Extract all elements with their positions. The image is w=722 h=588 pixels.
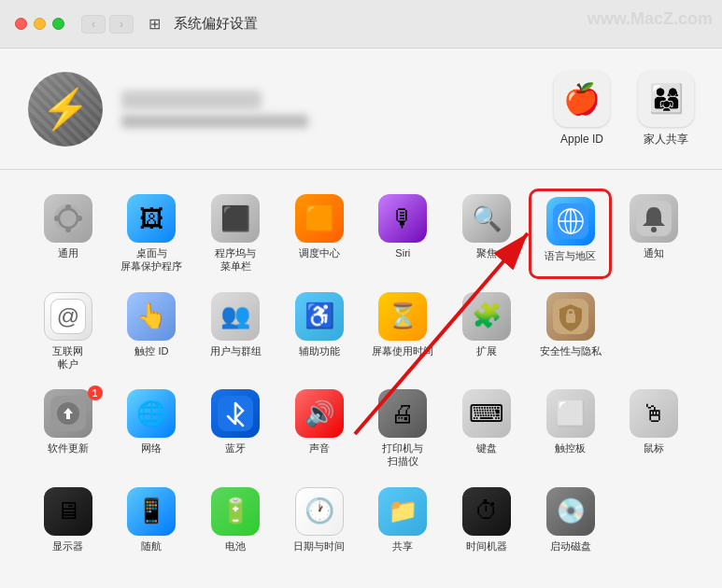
icon-item-siri[interactable]: 🎙Siri bbox=[361, 189, 446, 279]
icon-item-desktop[interactable]: 🖼桌面与 屏幕保护程序 bbox=[110, 189, 194, 279]
icon-item-access[interactable]: ♿辅助功能 bbox=[277, 287, 361, 377]
language-label: 语言与地区 bbox=[545, 249, 596, 262]
icon-item-touch[interactable]: 👆触控 ID bbox=[110, 287, 194, 377]
software-badge: 1 bbox=[88, 385, 103, 400]
apple-id-icon-box: 🍎 bbox=[554, 71, 610, 127]
access-icon: ♿ bbox=[295, 292, 344, 341]
icon-item-printer[interactable]: 🖨打印机与 扫描仪 bbox=[361, 384, 446, 474]
avatar-initial: ⚡ bbox=[41, 86, 90, 132]
icon-item-keyboard[interactable]: ⌨键盘 bbox=[445, 384, 529, 474]
icon-item-bluetooth[interactable]: 蓝牙 bbox=[193, 384, 277, 474]
internet-label: 互联网 帐户 bbox=[52, 344, 83, 371]
avatar[interactable]: ⚡ bbox=[28, 72, 103, 147]
touch-icon: 👆 bbox=[127, 292, 176, 341]
icon-item-network[interactable]: 🌐网络 bbox=[110, 384, 194, 474]
notify-icon bbox=[630, 194, 678, 243]
back-button[interactable]: ‹ bbox=[81, 15, 106, 34]
icon-item-security[interactable]: 安全性与隐私 bbox=[529, 287, 613, 377]
icon-item-extensions[interactable]: 🧩扩展 bbox=[445, 287, 529, 377]
siri-label: Siri bbox=[395, 246, 410, 259]
datetime-icon: 🕐 bbox=[295, 487, 344, 536]
svg-point-3 bbox=[65, 227, 71, 232]
close-button[interactable] bbox=[15, 18, 27, 30]
icon-item-empty4[interactable] bbox=[612, 482, 696, 558]
minimize-button[interactable] bbox=[34, 18, 46, 30]
screentime-icon: ⏳ bbox=[378, 292, 427, 341]
icon-item-notify[interactable]: 通知 bbox=[612, 189, 696, 279]
touch-label: 触控 ID bbox=[134, 344, 168, 357]
mission-icon: 🟧 bbox=[295, 194, 344, 243]
mouse-label: 鼠标 bbox=[644, 441, 664, 455]
security-icon bbox=[546, 292, 595, 341]
datetime-label: 日期与时间 bbox=[293, 539, 345, 553]
family-sharing-icon-box: 👨‍👩‍👧 bbox=[638, 71, 694, 127]
titlebar: ‹ › ⊞ 系统偏好设置 bbox=[0, 0, 722, 49]
users-icon: 👥 bbox=[211, 292, 260, 341]
battery-icon: 🔋 bbox=[211, 487, 260, 536]
forward-button[interactable]: › bbox=[109, 15, 134, 34]
icon-item-spotlight[interactable]: 🔍聚焦 bbox=[445, 189, 529, 279]
icon-item-language[interactable]: 语言与地区 bbox=[529, 189, 613, 279]
network-icon: 🌐 bbox=[127, 389, 176, 438]
desktop-label: 桌面与 屏幕保护程序 bbox=[120, 246, 182, 273]
user-info bbox=[121, 91, 308, 128]
family-sharing-label: 家人共享 bbox=[644, 133, 688, 147]
display-label: 显示器 bbox=[52, 539, 83, 553]
general-label: 通用 bbox=[58, 246, 78, 259]
access-label: 辅助功能 bbox=[299, 344, 340, 357]
icon-item-empty2[interactable] bbox=[612, 287, 696, 377]
icon-item-general[interactable]: 通用 bbox=[26, 189, 110, 279]
traffic-lights bbox=[15, 18, 64, 30]
dock-icon: ⬛ bbox=[211, 194, 260, 243]
chevron-left-icon: ‹ bbox=[92, 18, 95, 31]
siri-icon: 🎙 bbox=[378, 194, 427, 243]
fullscreen-button[interactable] bbox=[52, 18, 64, 30]
extensions-icon: 🧩 bbox=[462, 292, 511, 341]
apple-id-item[interactable]: 🍎 Apple ID bbox=[554, 71, 610, 147]
icon-item-battery[interactable]: 🔋电池 bbox=[193, 482, 277, 558]
svg-point-5 bbox=[77, 216, 82, 221]
icon-item-timemachine[interactable]: ⏱时间机器 bbox=[445, 482, 529, 558]
language-icon bbox=[546, 197, 595, 245]
icon-item-internet[interactable]: @互联网 帐户 bbox=[26, 287, 110, 377]
network-label: 网络 bbox=[141, 441, 162, 455]
main-content: 通用🖼桌面与 屏幕保护程序⬛程序坞与 菜单栏🟧调度中心🎙Siri🔍聚焦语言与地区… bbox=[0, 170, 722, 588]
icon-item-startup[interactable]: 💿启动磁盘 bbox=[529, 482, 613, 558]
timemachine-label: 时间机器 bbox=[466, 539, 507, 553]
apple-id-label: Apple ID bbox=[560, 133, 603, 147]
nav-buttons: ‹ › bbox=[81, 15, 134, 34]
svg-point-4 bbox=[54, 216, 60, 221]
sidecar-icon: 📱 bbox=[127, 487, 176, 536]
icon-item-mouse[interactable]: 🖱鼠标 bbox=[612, 384, 696, 474]
chevron-right-icon: › bbox=[120, 18, 123, 31]
users-label: 用户与群组 bbox=[210, 344, 262, 357]
icon-item-software[interactable]: 1软件更新 bbox=[26, 384, 110, 474]
icon-item-dock[interactable]: ⬛程序坞与 菜单栏 bbox=[193, 189, 277, 279]
sharing-label: 共享 bbox=[392, 539, 413, 553]
icon-item-datetime[interactable]: 🕐日期与时间 bbox=[277, 482, 361, 558]
keyboard-label: 键盘 bbox=[476, 441, 497, 455]
user-section: ⚡ 🍎 Apple ID 👨‍👩‍👧 家人共享 bbox=[0, 49, 722, 170]
icon-grid: 通用🖼桌面与 屏幕保护程序⬛程序坞与 菜单栏🟧调度中心🎙Siri🔍聚焦语言与地区… bbox=[26, 189, 696, 558]
icon-item-trackpad[interactable]: ⬜触控板 bbox=[529, 384, 613, 474]
icon-item-sidecar[interactable]: 📱随航 bbox=[110, 482, 194, 558]
user-email bbox=[121, 115, 308, 128]
bluetooth-label: 蓝牙 bbox=[225, 441, 246, 455]
software-label: 软件更新 bbox=[48, 441, 89, 455]
sound-label: 声音 bbox=[309, 441, 330, 455]
sound-icon: 🔊 bbox=[295, 389, 344, 438]
icon-item-display[interactable]: 🖥显示器 bbox=[26, 482, 110, 558]
spotlight-icon: 🔍 bbox=[462, 194, 511, 243]
icon-item-users[interactable]: 👥用户与群组 bbox=[193, 287, 277, 377]
icon-item-sound[interactable]: 🔊声音 bbox=[277, 384, 361, 474]
family-icon: 👨‍👩‍👧 bbox=[649, 82, 684, 115]
icon-item-screentime[interactable]: ⏳屏幕使用时间 bbox=[361, 287, 446, 377]
startup-icon: 💿 bbox=[546, 487, 595, 536]
family-sharing-item[interactable]: 👨‍👩‍👧 家人共享 bbox=[638, 71, 694, 147]
icon-item-sharing[interactable]: 📁共享 bbox=[361, 482, 446, 558]
timemachine-icon: ⏱ bbox=[462, 487, 511, 536]
printer-label: 打印机与 扫描仪 bbox=[382, 441, 423, 469]
icon-item-mission[interactable]: 🟧调度中心 bbox=[277, 189, 361, 279]
internet-icon: @ bbox=[44, 292, 92, 341]
mouse-icon: 🖱 bbox=[630, 389, 678, 438]
